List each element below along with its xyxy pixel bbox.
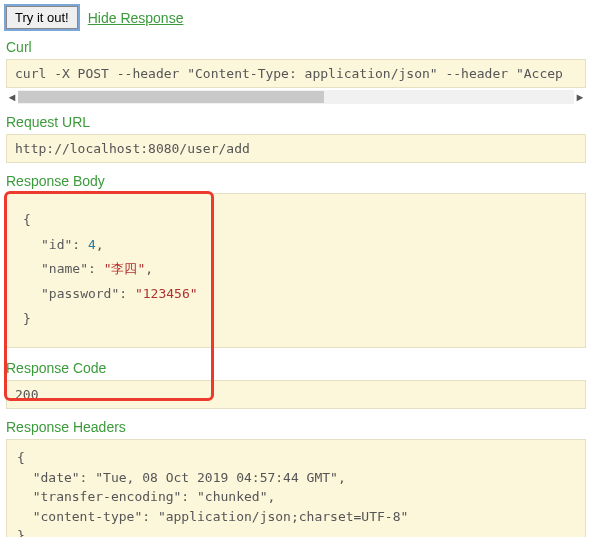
json-key-name: "name" [23,261,88,276]
scroll-track[interactable] [18,90,574,104]
try-it-out-button[interactable]: Try it out! [6,6,78,29]
scroll-left-icon[interactable]: ◄ [6,90,18,104]
scroll-right-icon[interactable]: ► [574,90,586,104]
curl-command-box: curl -X POST --header "Content-Type: app… [6,59,586,88]
section-title-response-headers: Response Headers [6,419,586,435]
scroll-thumb[interactable] [18,91,324,103]
response-headers-box: { "date": "Tue, 08 Oct 2019 04:57:44 GMT… [6,439,586,537]
json-val-id: 4 [88,237,96,252]
request-url-box: http://localhost:8080/user/add [6,134,586,163]
section-title-response-body: Response Body [6,173,586,189]
section-title-request-url: Request URL [6,114,586,130]
response-code-box: 200 [6,380,586,409]
top-action-row: Try it out! Hide Response [6,6,586,29]
json-key-password: "password" [23,286,119,301]
response-body-box: { "id": 4, "name": "李四", "password": "12… [6,193,586,348]
section-title-response-code: Response Code [6,360,586,376]
hide-response-link[interactable]: Hide Response [88,10,184,26]
json-key-id: "id" [23,237,72,252]
json-brace-open: { [23,212,31,227]
json-val-name: "李四" [104,261,146,276]
json-val-password: "123456" [135,286,198,301]
json-brace-close: } [23,311,31,326]
curl-scrollbar[interactable]: ◄ ► [6,90,586,104]
section-title-curl: Curl [6,39,586,55]
